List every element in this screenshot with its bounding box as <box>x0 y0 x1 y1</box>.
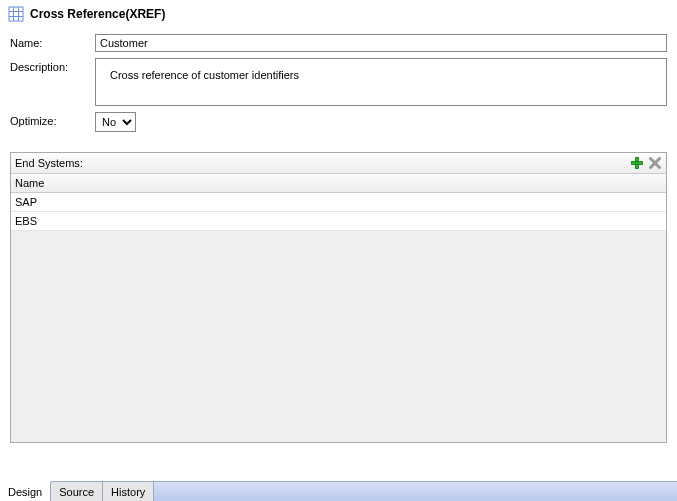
tab-bar: Design Source History <box>0 481 677 501</box>
svg-rect-0 <box>9 7 23 21</box>
description-label: Description: <box>10 58 95 73</box>
add-icon[interactable] <box>630 156 644 170</box>
tab-source[interactable]: Source <box>51 482 103 501</box>
name-label: Name: <box>10 34 95 49</box>
delete-icon[interactable] <box>648 156 662 170</box>
end-systems-panel: End Systems: Name SAP EBS <box>10 152 667 443</box>
column-header-name[interactable]: Name <box>11 174 666 193</box>
panel-title: End Systems: <box>15 157 630 169</box>
table-row[interactable]: EBS <box>11 212 666 231</box>
tab-history[interactable]: History <box>103 482 154 501</box>
grid-body: SAP EBS <box>11 193 666 442</box>
table-row[interactable]: SAP <box>11 193 666 212</box>
tab-design[interactable]: Design <box>0 481 51 501</box>
optimize-select[interactable]: No <box>95 112 136 132</box>
description-input[interactable] <box>95 58 667 106</box>
optimize-label: Optimize: <box>10 112 95 127</box>
svg-rect-6 <box>632 162 643 165</box>
editor-title: Cross Reference(XREF) <box>30 7 165 21</box>
xref-icon <box>8 6 24 22</box>
form-area: Name: Description: Optimize: No <box>0 24 677 146</box>
editor-header: Cross Reference(XREF) <box>0 0 677 24</box>
panel-header: End Systems: <box>11 153 666 174</box>
name-input[interactable] <box>95 34 667 52</box>
